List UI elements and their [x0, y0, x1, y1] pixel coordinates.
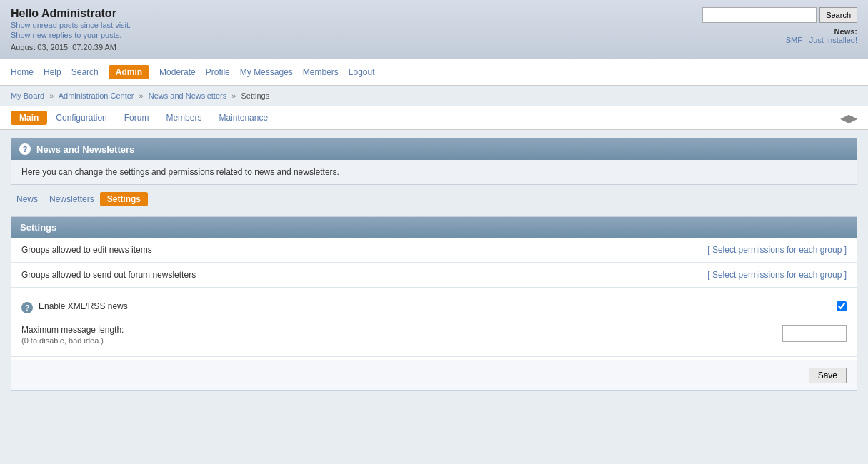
xml-rss-checkbox[interactable]	[837, 301, 847, 311]
breadcrumb-sep1: »	[49, 91, 54, 100]
breadcrumb-myboard[interactable]: My Board	[11, 91, 44, 100]
xml-rss-label-area: Enable XML/RSS news	[39, 301, 837, 311]
nav-search[interactable]: Search	[71, 67, 99, 77]
setting-value-edit-news: [ Select permissions for each group ]	[707, 245, 847, 255]
settings-divider	[11, 291, 857, 291]
unread-posts-link[interactable]: Show unread posts since last visit.	[11, 21, 131, 29]
xml-rss-check-area	[837, 301, 847, 311]
nav-my-messages[interactable]: My Messages	[240, 67, 293, 77]
nav-profile[interactable]: Profile	[206, 67, 230, 77]
subtab-settings[interactable]: Settings	[100, 192, 148, 206]
nav-home[interactable]: Home	[11, 67, 34, 77]
header: Hello Administrator Show unread posts si…	[0, 0, 868, 59]
news-label: News:	[834, 27, 857, 36]
settings-body: Groups allowed to edit news items [ Sele…	[11, 238, 857, 390]
breadcrumb-sep3: »	[231, 91, 236, 100]
settings-divider2	[11, 356, 857, 357]
subnav-left: Main Configuration Forum Members Mainten…	[11, 111, 276, 125]
header-right: Search News: SMF - Just Installed!	[702, 7, 857, 44]
setting-label-newsletters: Groups allowed to send out forum newslet…	[21, 270, 707, 280]
new-replies-link[interactable]: Show new replies to your posts.	[11, 31, 121, 39]
settings-panel: Settings Groups allowed to edit news ite…	[11, 216, 857, 391]
select-permissions-edit-link[interactable]: [ Select permissions for each group ]	[707, 245, 847, 255]
save-row: Save	[11, 360, 857, 390]
breadcrumb: My Board » Administration Center » News …	[0, 86, 868, 106]
search-box: Search	[702, 7, 857, 23]
search-input[interactable]	[702, 7, 817, 23]
setting-row-max-msg: Maximum message length: (0 to disable, b…	[11, 321, 857, 353]
setting-row-newsletters: Groups allowed to send out forum newslet…	[11, 263, 857, 288]
date-display: August 03, 2015, 07:20:39 AM	[11, 43, 131, 51]
site-title: Hello Administrator	[11, 7, 131, 20]
xml-rss-label: Enable XML/RSS news	[39, 301, 128, 311]
header-left: Hello Administrator Show unread posts si…	[11, 7, 131, 51]
nav-logout[interactable]: Logout	[349, 67, 375, 77]
section-header: ? News and Newsletters	[11, 138, 857, 160]
breadcrumb-news[interactable]: News and Newsletters	[149, 91, 226, 100]
max-msg-label-area: Maximum message length: (0 to disable, b…	[21, 325, 782, 345]
setting-row-edit-news: Groups allowed to edit news items [ Sele…	[11, 238, 857, 263]
subnav-members[interactable]: Members	[157, 111, 210, 125]
select-permissions-newsletter-link[interactable]: [ Select permissions for each group ]	[707, 270, 847, 280]
breadcrumb-settings: Settings	[241, 91, 269, 100]
breadcrumb-sep2: »	[139, 91, 144, 100]
subnav-forum[interactable]: Forum	[116, 111, 158, 125]
subtab-news[interactable]: News	[11, 193, 44, 206]
max-msg-sub: (0 to disable, bad idea.)	[21, 336, 782, 345]
subnav-collapse-icon[interactable]: ◀▶	[840, 111, 857, 125]
section-title: News and Newsletters	[36, 144, 134, 155]
nav-admin[interactable]: Admin	[109, 65, 149, 79]
save-button[interactable]: Save	[809, 368, 847, 383]
settings-panel-header: Settings	[11, 217, 857, 238]
nav-help[interactable]: Help	[44, 67, 61, 77]
setting-label-edit-news: Groups allowed to edit news items	[21, 245, 707, 255]
setting-row-xml-rss: ? Enable XML/RSS news	[11, 294, 857, 321]
nav-members[interactable]: Members	[303, 67, 339, 77]
subnav-maintenance[interactable]: Maintenance	[210, 111, 276, 125]
sub-tabs: News Newsletters Settings	[11, 185, 857, 211]
help-icon[interactable]: ?	[19, 143, 31, 155]
info-box: Here you can change the settings and per…	[11, 160, 857, 185]
subtab-newsletters[interactable]: Newsletters	[44, 193, 100, 206]
setting-value-newsletters: [ Select permissions for each group ]	[707, 270, 847, 280]
max-msg-input[interactable]: 255	[782, 325, 847, 342]
main-nav: Home Help Search Admin Moderate Profile …	[0, 59, 868, 86]
subnav-main[interactable]: Main	[11, 111, 47, 125]
xml-rss-help-icon[interactable]: ?	[21, 302, 33, 313]
subnav-configuration[interactable]: Configuration	[47, 111, 115, 125]
subnav: Main Configuration Forum Members Mainten…	[0, 106, 868, 130]
news-info: News: SMF - Just Installed!	[786, 27, 857, 44]
max-msg-label: Maximum message length:	[21, 325, 782, 335]
breadcrumb-admin-center[interactable]: Administration Center	[59, 91, 134, 100]
nav-moderate[interactable]: Moderate	[159, 67, 196, 77]
page-content: ? News and Newsletters Here you can chan…	[0, 130, 868, 400]
news-link[interactable]: SMF - Just Installed!	[786, 36, 857, 44]
search-button[interactable]: Search	[819, 7, 857, 23]
